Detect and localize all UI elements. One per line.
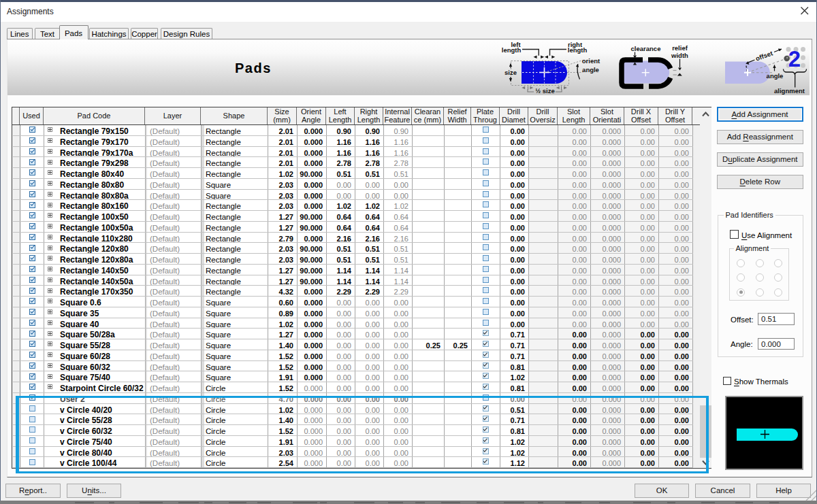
svg-text:width: width [671, 52, 688, 59]
svg-text:clearance: clearance [631, 45, 661, 52]
svg-text:length: length [568, 46, 588, 54]
svg-text:½ size: ½ size [535, 87, 555, 95]
svg-text:angle: angle [582, 66, 599, 73]
svg-text:offset: offset [754, 49, 774, 62]
svg-text:relief: relief [672, 44, 688, 52]
svg-text:angle: angle [767, 72, 784, 80]
svg-text:orient: orient [582, 57, 600, 65]
svg-text:alignment: alignment [774, 87, 805, 95]
svg-text:length: length [502, 46, 522, 54]
svg-text:size: size [504, 69, 517, 76]
svg-text:2: 2 [788, 46, 801, 71]
